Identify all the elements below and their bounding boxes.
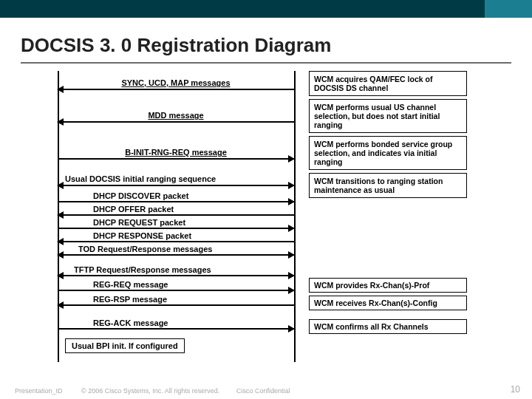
label-dhcp-request: DHCP REQUEST packet [93,218,185,227]
arrow-reg-rsp [58,304,294,306]
slide-title: DOCSIS 3. 0 Registration Diagram [21,34,331,57]
arrow-head-left-icon [57,272,64,279]
arrow-reg-ack [58,328,294,330]
arrow-tftp [58,275,294,276]
footer-presentation-id: Presentation_ID [15,387,63,395]
label-dhcp-offer: DHCP OFFER packet [93,205,174,214]
top-bar-accent [485,0,532,18]
sequence-diagram: SYNC, UCD, MAP messages WCM acquires QAM… [58,71,471,362]
label-b-init-rng-req: B-INIT-RNG-REQ message [58,148,294,157]
note-rx-chans-prof: WCM provides Rx-Chan(s)-Prof [309,278,467,293]
arrow-head-left-icon [57,182,64,189]
label-sync-ucd-map: SYNC, UCD, MAP messages [58,78,294,87]
top-color-bar [0,0,532,18]
arrow-mdd [58,121,294,123]
label-reg-rsp: REG-RSP message [93,295,167,304]
arrow-dhcp-response [58,241,294,242]
footer-copyright: © 2006 Cisco Systems, Inc. All rights re… [81,387,219,395]
arrow-head-left-icon [57,211,64,219]
label-initial-ranging: Usual DOCSIS initial ranging sequence [65,174,216,183]
arrow-head-left-icon [57,301,64,309]
arrow-head-right-icon [288,225,295,232]
arrow-sync-ucd-map [58,89,294,90]
arrow-b-init-rng-req [58,158,294,160]
arrow-head-right-icon [288,287,295,294]
box-bpi-init: Usual BPI init. If configured [65,338,185,353]
arrow-head-right-icon [288,198,295,205]
label-tod: TOD Request/Response messages [78,245,212,253]
arrow-head-left-icon [57,251,64,259]
footer-page-number: 10 [511,384,520,395]
label-dhcp-response: DHCP RESPONSE packet [93,231,191,240]
note-confirm-rx-channels: WCM confirms all Rx Channels [309,319,467,334]
arrow-dhcp-request [58,228,294,229]
label-reg-ack: REG-ACK message [93,318,168,327]
arrow-reg-req [58,290,294,291]
note-us-channel-select: WCM performs usual US channel selection,… [309,99,467,133]
arrow-head-left-icon [57,238,64,245]
label-mdd: MDD message [58,111,294,120]
lifeline-right [294,71,296,362]
title-underline [21,62,511,64]
label-reg-req: REG-REQ message [93,280,168,289]
note-rx-chans-config: WCM receives Rx-Chan(s)-Config [309,296,467,310]
arrow-head-right-icon [288,325,295,332]
arrow-dhcp-discover [58,201,294,202]
arrow-head-right-icon [288,251,295,259]
arrow-head-right-icon [288,272,295,279]
note-qam-fec-lock: WCM acquires QAM/FEC lock of DOCSIS DS c… [309,71,467,96]
arrow-tod [58,254,294,256]
arrow-dhcp-offer [58,214,294,216]
arrow-initial-ranging [58,185,294,186]
label-dhcp-discover: DHCP DISCOVER packet [93,191,188,200]
note-ranging-maintenance: WCM transitions to ranging station maint… [309,173,467,198]
arrow-head-right-icon [288,182,295,189]
note-bonded-sg-select: WCM performs bonded service group select… [309,136,467,170]
label-tftp: TFTP Request/Response messages [74,265,211,274]
footer-confidential: Cisco Confidential [236,387,290,395]
